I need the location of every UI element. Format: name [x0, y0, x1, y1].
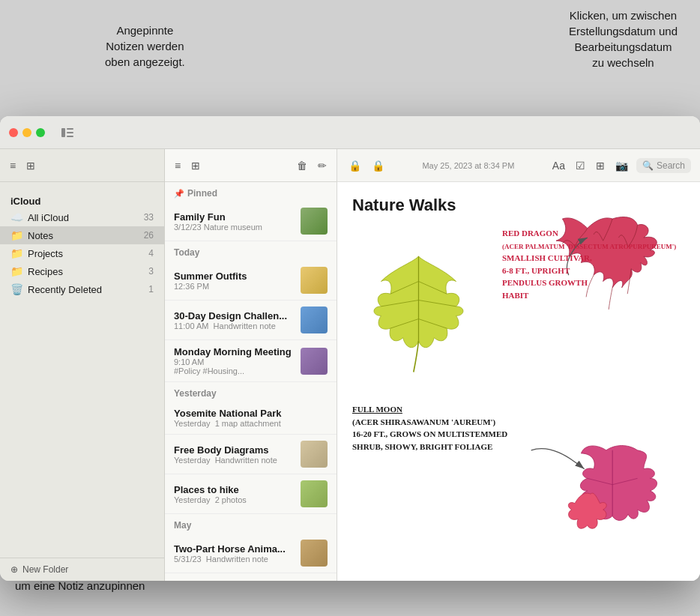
note-title: Sunlight and Circadian...: [174, 579, 295, 581]
svg-rect-3: [67, 136, 73, 137]
all-icloud-icon: ☁️: [10, 211, 23, 223]
new-folder-button[interactable]: ⊕ New Folder: [0, 558, 164, 581]
svg-line-9: [390, 319, 419, 329]
svg-rect-0: [61, 128, 65, 137]
note-title: Two-Part Horse Anima...: [174, 543, 295, 555]
sidebar-item-all-icloud[interactable]: ☁️ All iCloud 33: [0, 208, 164, 226]
list-view-icon[interactable]: ≡: [7, 157, 18, 174]
close-button[interactable]: [9, 128, 18, 137]
sidebar: ≡ ⊞ iCloud ☁️ All iCloud 33 📁 Notes 26 📁…: [0, 149, 165, 581]
svg-rect-1: [67, 128, 73, 130]
traffic-lights: [9, 128, 45, 137]
search-box[interactable]: 🔍 Search: [636, 158, 691, 173]
note-thumbnail: [301, 441, 328, 468]
new-folder-icon: ⊕: [10, 564, 18, 575]
fullscreen-button[interactable]: [36, 128, 45, 137]
note-title: Summer Outfits: [174, 271, 295, 282]
callout-date-toggle: Klicken, um zwischen Erstellungsdatum un…: [569, 7, 678, 70]
notes-count: 26: [144, 230, 154, 241]
note-viewer: 🔒 🔒 May 25, 2023 at 8:34 PM Aa ☑ ⊞ 📷 🔍 S…: [337, 149, 700, 581]
notes-list-toolbar: ≡ ⊞ 🗑 ✏: [165, 149, 337, 182]
note-meta: 3/12/23 Nature museum: [174, 223, 295, 232]
note-text: Family Fun 3/12/23 Nature museum: [174, 211, 295, 232]
content-area: ≡ ⊞ iCloud ☁️ All iCloud 33 📁 Notes 26 📁…: [0, 149, 700, 581]
sidebar-item-label: Projects: [28, 248, 144, 259]
sidebar-item-notes[interactable]: 📁 Notes 26: [0, 226, 164, 244]
svg-line-7: [381, 301, 418, 307]
sidebar-item-label: Notes: [28, 230, 139, 241]
red-dragon-heading: RED DRAGON (ACER PALMATUM 'DISSECTUM ATR…: [502, 227, 676, 301]
note-canvas: Nature Walks: [337, 182, 700, 581]
grid-view-icon[interactable]: ⊞: [24, 157, 37, 174]
note-item-family-fun[interactable]: Family Fun 3/12/23 Nature museum: [165, 202, 337, 241]
note-meta: Yesterday Handwritten note: [174, 456, 295, 465]
notes-content: 📌 Pinned Family Fun 3/12/23 Nature museu…: [165, 182, 337, 581]
note-text: Yosemite National Park Yesterday 1 map a…: [174, 408, 328, 428]
yesterday-section-label: Yesterday: [165, 382, 337, 402]
sidebar-item-recipes[interactable]: 📁 Recipes 3: [0, 262, 164, 280]
compose-icon[interactable]: ✏: [316, 157, 329, 174]
checklist-icon[interactable]: ☑: [573, 157, 588, 174]
note-item-summer-outfits[interactable]: Summer Outfits 12:36 PM: [165, 261, 337, 301]
projects-count: 4: [148, 248, 154, 259]
note-item-sunlight[interactable]: Sunlight and Circadian... 5/29/23 #schoo…: [165, 573, 337, 581]
note-meta: 5/31/23 Handwritten note: [174, 555, 295, 564]
recently-deleted-count: 1: [148, 284, 154, 295]
svg-line-8: [418, 301, 456, 307]
note-thumbnail: [301, 480, 328, 507]
sidebar-item-projects[interactable]: 📁 Projects 4: [0, 244, 164, 262]
note-title: Places to hike: [174, 484, 295, 495]
note-item-yosemite[interactable]: Yosemite National Park Yesterday 1 map a…: [165, 402, 337, 435]
note-item-design-challenge[interactable]: 30-Day Design Challen... 11:00 AM Handwr…: [165, 301, 337, 340]
sidebar-item-label: Recipes: [28, 266, 144, 277]
search-label: Search: [657, 160, 685, 171]
note-text: Monday Morning Meeting 9:10 AM #Policy #…: [174, 346, 295, 375]
note-thumbnail: [301, 581, 328, 582]
svg-line-10: [418, 319, 447, 329]
note-thumbnail: [301, 267, 328, 294]
icloud-section-header: iCloud: [0, 188, 164, 208]
note-item-horse[interactable]: Two-Part Horse Anima... 5/31/23 Handwrit…: [165, 534, 337, 573]
media-icon[interactable]: 📷: [613, 157, 630, 174]
note-meta: 9:10 AM: [174, 357, 295, 366]
note-thumbnail: [301, 348, 328, 375]
viewer-share-icon[interactable]: 🔒: [346, 157, 363, 174]
recipes-folder-icon: 📁: [10, 265, 23, 277]
today-section-label: Today: [165, 241, 337, 261]
list-icon[interactable]: ≡: [172, 157, 183, 174]
gallery-icon[interactable]: ⊞: [189, 157, 202, 174]
note-item-free-body[interactable]: Free Body Diagrams Yesterday Handwritten…: [165, 435, 337, 474]
pinned-section-label: 📌 Pinned: [165, 182, 337, 202]
svg-line-6: [418, 281, 447, 294]
sidebar-item-label: All iCloud: [28, 212, 139, 223]
note-meta: Yesterday 1 map attachment: [174, 419, 328, 428]
sidebar-toggle-icon[interactable]: [60, 125, 75, 140]
recipes-count: 3: [148, 266, 154, 277]
note-item-monday-meeting[interactable]: Monday Morning Meeting 9:10 AM #Policy #…: [165, 340, 337, 382]
search-icon: 🔍: [642, 160, 654, 171]
note-title: Free Body Diagrams: [174, 444, 295, 456]
note-date[interactable]: May 25, 2023 at 8:34 PM: [393, 161, 544, 170]
note-title: Family Fun: [174, 211, 295, 223]
note-thumbnail: [301, 307, 328, 333]
notes-list: ≡ ⊞ 🗑 ✏ 📌 Pinned Family Fun 3/12/23: [165, 149, 337, 581]
sidebar-item-recently-deleted[interactable]: 🗑️ Recently Deleted 1: [0, 280, 164, 298]
note-text: Places to hike Yesterday 2 photos: [174, 484, 295, 504]
notes-folder-icon: 📁: [10, 229, 23, 241]
table-icon[interactable]: ⊞: [594, 157, 607, 174]
note-title: Monday Morning Meeting: [174, 346, 295, 357]
delete-icon[interactable]: 🗑: [295, 157, 310, 174]
new-folder-label: New Folder: [22, 564, 68, 575]
note-viewer-content: Nature Walks: [337, 182, 700, 581]
note-thumbnail: [301, 540, 328, 567]
format-icon[interactable]: Aa: [550, 157, 567, 174]
note-title: Yosemite National Park: [174, 408, 328, 419]
note-item-places-hike[interactable]: Places to hike Yesterday 2 photos: [165, 474, 337, 514]
minimize-button[interactable]: [22, 128, 31, 137]
svg-line-12: [588, 478, 612, 484]
main-window: ≡ ⊞ iCloud ☁️ All iCloud 33 📁 Notes 26 📁…: [0, 116, 700, 581]
sidebar-toolbar: ≡ ⊞: [0, 149, 164, 182]
note-tags: #Policy #Housing...: [174, 366, 295, 375]
viewer-lock-icon[interactable]: 🔒: [369, 157, 387, 174]
may-section-label: May: [165, 514, 337, 534]
